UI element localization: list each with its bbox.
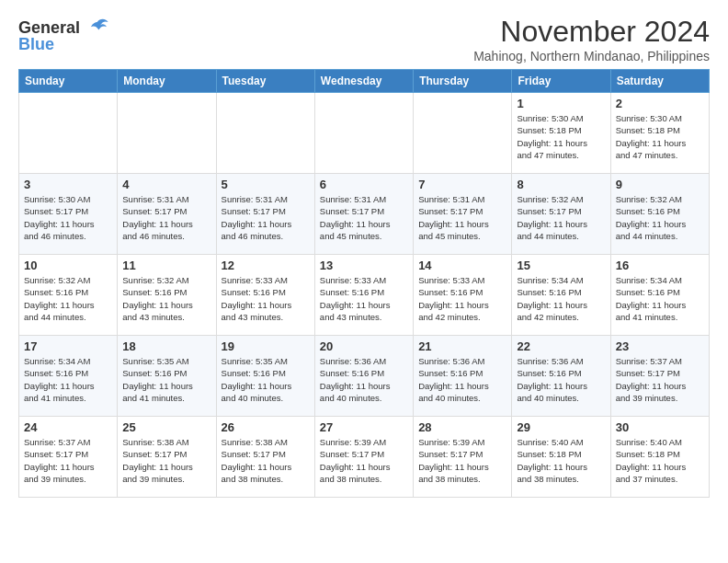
day-number: 9	[616, 178, 704, 191]
calendar-cell-13: 13Sunrise: 5:33 AM Sunset: 5:16 PM Dayli…	[314, 255, 413, 336]
day-number: 30	[616, 420, 704, 434]
calendar-cell-24: 24Sunrise: 5:37 AM Sunset: 5:17 PM Dayli…	[19, 417, 118, 498]
calendar-cell-17: 17Sunrise: 5:34 AM Sunset: 5:16 PM Dayli…	[19, 336, 118, 417]
day-number: 17	[24, 339, 112, 353]
day-info: Sunrise: 5:30 AM Sunset: 5:18 PM Dayligh…	[616, 112, 704, 161]
day-info: Sunrise: 5:40 AM Sunset: 5:18 PM Dayligh…	[517, 436, 605, 485]
day-number: 15	[517, 259, 605, 272]
calendar-cell-empty	[19, 93, 118, 174]
calendar-cell-30: 30Sunrise: 5:40 AM Sunset: 5:18 PM Dayli…	[610, 417, 709, 498]
calendar-cell-14: 14Sunrise: 5:33 AM Sunset: 5:16 PM Dayli…	[414, 255, 512, 336]
calendar-cell-15: 15Sunrise: 5:34 AM Sunset: 5:16 PM Dayli…	[512, 255, 610, 336]
day-number: 1	[517, 97, 605, 110]
day-info: Sunrise: 5:30 AM Sunset: 5:18 PM Dayligh…	[517, 112, 605, 161]
calendar-week-3: 10Sunrise: 5:32 AM Sunset: 5:16 PM Dayli…	[19, 255, 710, 336]
day-info: Sunrise: 5:38 AM Sunset: 5:17 PM Dayligh…	[222, 436, 310, 485]
day-info: Sunrise: 5:39 AM Sunset: 5:17 PM Dayligh…	[320, 436, 408, 485]
calendar-cell-22: 22Sunrise: 5:36 AM Sunset: 5:16 PM Dayli…	[512, 336, 610, 417]
day-info: Sunrise: 5:33 AM Sunset: 5:16 PM Dayligh…	[418, 274, 506, 323]
day-number: 8	[517, 178, 605, 191]
day-number: 5	[222, 178, 310, 191]
day-info: Sunrise: 5:39 AM Sunset: 5:17 PM Dayligh…	[418, 436, 506, 485]
calendar-table: SundayMondayTuesdayWednesdayThursdayFrid…	[18, 69, 710, 498]
calendar-cell-7: 7Sunrise: 5:31 AM Sunset: 5:17 PM Daylig…	[414, 174, 512, 255]
logo-text-blue: Blue	[18, 35, 54, 54]
weekday-header-thursday: Thursday	[414, 70, 512, 93]
day-info: Sunrise: 5:34 AM Sunset: 5:16 PM Dayligh…	[517, 274, 605, 323]
calendar-header: SundayMondayTuesdayWednesdayThursdayFrid…	[19, 70, 710, 93]
day-info: Sunrise: 5:38 AM Sunset: 5:17 PM Dayligh…	[122, 436, 210, 485]
day-number: 6	[320, 178, 408, 191]
day-number: 4	[122, 178, 210, 191]
day-number: 13	[320, 259, 408, 272]
day-number: 28	[418, 420, 506, 434]
day-number: 22	[517, 339, 605, 353]
calendar-body: 1Sunrise: 5:30 AM Sunset: 5:18 PM Daylig…	[19, 93, 710, 498]
calendar-cell-23: 23Sunrise: 5:37 AM Sunset: 5:17 PM Dayli…	[610, 336, 709, 417]
calendar-cell-4: 4Sunrise: 5:31 AM Sunset: 5:17 PM Daylig…	[118, 174, 216, 255]
calendar-cell-empty	[216, 93, 314, 174]
location: Mahinog, Northern Mindanao, Philippines	[473, 49, 710, 63]
calendar-week-1: 1Sunrise: 5:30 AM Sunset: 5:18 PM Daylig…	[19, 93, 710, 174]
calendar-cell-8: 8Sunrise: 5:32 AM Sunset: 5:17 PM Daylig…	[512, 174, 610, 255]
day-number: 27	[320, 420, 408, 434]
day-number: 2	[616, 97, 704, 110]
day-info: Sunrise: 5:32 AM Sunset: 5:17 PM Dayligh…	[517, 193, 605, 242]
day-number: 3	[24, 178, 112, 191]
calendar-cell-2: 2Sunrise: 5:30 AM Sunset: 5:18 PM Daylig…	[610, 93, 709, 174]
day-info: Sunrise: 5:36 AM Sunset: 5:16 PM Dayligh…	[418, 355, 506, 404]
day-number: 16	[616, 259, 704, 272]
day-number: 21	[418, 339, 506, 353]
day-info: Sunrise: 5:36 AM Sunset: 5:16 PM Dayligh…	[517, 355, 605, 404]
calendar-week-2: 3Sunrise: 5:30 AM Sunset: 5:17 PM Daylig…	[19, 174, 710, 255]
calendar-cell-29: 29Sunrise: 5:40 AM Sunset: 5:18 PM Dayli…	[512, 417, 610, 498]
logo-bird-icon	[80, 15, 111, 40]
calendar-cell-26: 26Sunrise: 5:38 AM Sunset: 5:17 PM Dayli…	[216, 417, 314, 498]
day-number: 12	[222, 259, 310, 272]
day-info: Sunrise: 5:32 AM Sunset: 5:16 PM Dayligh…	[122, 274, 210, 323]
day-number: 20	[320, 339, 408, 353]
month-title: November 2024	[473, 15, 710, 49]
day-info: Sunrise: 5:34 AM Sunset: 5:16 PM Dayligh…	[24, 355, 112, 404]
weekday-header-saturday: Saturday	[610, 70, 709, 93]
day-info: Sunrise: 5:33 AM Sunset: 5:16 PM Dayligh…	[222, 274, 310, 323]
day-info: Sunrise: 5:30 AM Sunset: 5:17 PM Dayligh…	[24, 193, 112, 242]
day-info: Sunrise: 5:37 AM Sunset: 5:17 PM Dayligh…	[24, 436, 112, 485]
calendar-cell-21: 21Sunrise: 5:36 AM Sunset: 5:16 PM Dayli…	[414, 336, 512, 417]
calendar-cell-12: 12Sunrise: 5:33 AM Sunset: 5:16 PM Dayli…	[216, 255, 314, 336]
calendar-week-4: 17Sunrise: 5:34 AM Sunset: 5:16 PM Dayli…	[19, 336, 710, 417]
calendar-cell-empty	[314, 93, 413, 174]
day-number: 11	[122, 259, 210, 272]
calendar-cell-18: 18Sunrise: 5:35 AM Sunset: 5:16 PM Dayli…	[118, 336, 216, 417]
calendar-cell-empty	[414, 93, 512, 174]
day-info: Sunrise: 5:31 AM Sunset: 5:17 PM Dayligh…	[320, 193, 408, 242]
calendar-cell-5: 5Sunrise: 5:31 AM Sunset: 5:17 PM Daylig…	[216, 174, 314, 255]
day-number: 18	[122, 339, 210, 353]
calendar-cell-3: 3Sunrise: 5:30 AM Sunset: 5:17 PM Daylig…	[19, 174, 118, 255]
day-info: Sunrise: 5:34 AM Sunset: 5:16 PM Dayligh…	[616, 274, 704, 323]
day-number: 19	[222, 339, 310, 353]
weekday-header-tuesday: Tuesday	[216, 70, 314, 93]
calendar-cell-1: 1Sunrise: 5:30 AM Sunset: 5:18 PM Daylig…	[512, 93, 610, 174]
day-number: 29	[517, 420, 605, 434]
calendar-week-5: 24Sunrise: 5:37 AM Sunset: 5:17 PM Dayli…	[19, 417, 710, 498]
day-number: 25	[122, 420, 210, 434]
day-info: Sunrise: 5:32 AM Sunset: 5:16 PM Dayligh…	[24, 274, 112, 323]
calendar-cell-20: 20Sunrise: 5:36 AM Sunset: 5:16 PM Dayli…	[314, 336, 413, 417]
calendar-cell-10: 10Sunrise: 5:32 AM Sunset: 5:16 PM Dayli…	[19, 255, 118, 336]
weekday-header-monday: Monday	[118, 70, 216, 93]
day-info: Sunrise: 5:31 AM Sunset: 5:17 PM Dayligh…	[122, 193, 210, 242]
weekday-header-wednesday: Wednesday	[314, 70, 413, 93]
day-info: Sunrise: 5:35 AM Sunset: 5:16 PM Dayligh…	[222, 355, 310, 404]
day-number: 10	[24, 259, 112, 272]
day-number: 24	[24, 420, 112, 434]
calendar-cell-empty	[118, 93, 216, 174]
day-info: Sunrise: 5:31 AM Sunset: 5:17 PM Dayligh…	[418, 193, 506, 242]
day-info: Sunrise: 5:40 AM Sunset: 5:18 PM Dayligh…	[616, 436, 704, 485]
weekday-header-row: SundayMondayTuesdayWednesdayThursdayFrid…	[19, 70, 710, 93]
day-info: Sunrise: 5:35 AM Sunset: 5:16 PM Dayligh…	[122, 355, 210, 404]
day-number: 7	[418, 178, 506, 191]
day-info: Sunrise: 5:33 AM Sunset: 5:16 PM Dayligh…	[320, 274, 408, 323]
calendar-cell-16: 16Sunrise: 5:34 AM Sunset: 5:16 PM Dayli…	[610, 255, 709, 336]
calendar-cell-11: 11Sunrise: 5:32 AM Sunset: 5:16 PM Dayli…	[118, 255, 216, 336]
